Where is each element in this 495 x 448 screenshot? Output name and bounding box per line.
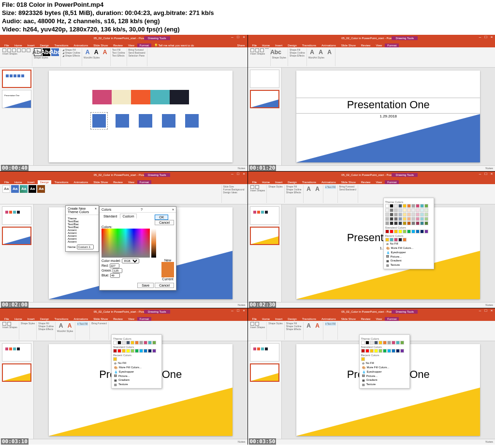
new-color-swatch [161,262,174,270]
slide-thumb-1[interactable]: 1 [2,70,31,88]
slide-canvas[interactable]: Presentation One 1.29.2018 [296,71,480,162]
color-gradient[interactable] [102,229,150,258]
close-icon[interactable]: × [95,207,97,214]
ok-button[interactable]: OK [155,215,168,220]
picture-item[interactable]: 🖼Picture... [385,255,432,259]
timestamp: 00:00:40 [1,165,29,171]
frame-3: 05_02_Color in PowerPoint_start - PowerP… [0,172,248,308]
no-fill-item[interactable]: ⊘No Fill [385,242,432,246]
notes-button[interactable]: Notes [238,167,246,170]
text-fill-popup: Theme Colors Standard Colors Recent Colo… [359,334,410,389]
theme-name-input[interactable] [77,245,94,249]
ribbon-tabs: File Home Insert Design Transitions Anim… [0,42,248,47]
frame-2: 05_02_Color in PowerPoint_start - PowerP… [248,35,495,171]
close-icon[interactable]: × [242,35,247,39]
text-fill-button[interactable]: ▾ Text Fill [325,322,335,325]
shape[interactable] [185,114,199,128]
frame-5: 05_02_Color in PowerPoint_start - PowerP… [0,308,248,445]
color-palette [92,90,199,104]
current-color-swatch [161,270,174,277]
media-info: File: 018 Color in PowerPoint.mp4 Size: … [0,0,495,35]
selected-shape[interactable] [92,114,106,128]
more-colors-item[interactable]: 🎨More Fill Colors... [385,246,432,250]
shape[interactable] [162,114,175,128]
text-fill-button[interactable]: ▾ Text Fill [77,322,87,325]
frame-4: 05_02_Color in PowerPoint_start - PowerP… [248,172,495,308]
slide-panel: 1 2 Presentation One [0,68,34,165]
frame-1: 05_02_Color in PowerPoint_start - PowerP… [0,35,248,171]
frame-6: 05_02_Color in PowerPoint_start - PowerP… [248,308,495,445]
eyedropper-item[interactable]: 💧Eyedropper [385,250,432,255]
thumbnail-grid: 05_02_Color in PowerPoint_start - PowerP… [0,35,495,445]
ribbon: Insert Shapes Abc Abc Abc Shape Styles ◢… [0,47,248,68]
luminance-slider[interactable] [151,229,156,258]
shape[interactable] [116,114,129,128]
slide-canvas[interactable] [49,71,233,162]
close-icon[interactable]: × [172,208,174,211]
save-button[interactable]: Save [137,283,154,288]
text-fill-popup: Theme Colors Standard Colors Recent Colo… [383,198,434,269]
dialog-help-icon[interactable]: ? [141,208,143,211]
gradient-item[interactable]: ▦Gradient [385,259,432,263]
minimize-icon[interactable]: – [230,35,235,39]
colors-dialog: Colors? × Standard Custom OKCancel Color… [99,206,176,290]
green-input[interactable] [113,268,122,273]
shape[interactable] [139,114,152,128]
cancel-button[interactable]: Cancel [155,220,174,225]
color-model-select[interactable]: RGB [122,259,139,263]
maximize-icon[interactable]: □ [236,35,241,39]
theme-colors-dialog: Create New Theme Colors× Theme Text/Bac … [65,205,99,252]
shape-icon[interactable] [2,48,6,52]
blue-input[interactable] [110,273,120,278]
text-fill-button[interactable]: ▾ Text Fill [325,186,335,188]
shape-effects-button[interactable]: ◢ Shape Effects [62,54,80,57]
slide-thumb-2[interactable]: 2 Presentation One [2,90,31,108]
drawing-tools-tab[interactable]: Drawing Tools [144,36,170,40]
titlebar: 05_02_Color in PowerPoint_start - PowerP… [0,35,248,42]
theme-color-grid[interactable] [385,204,432,225]
texture-item[interactable]: ▧Texture [385,263,432,267]
red-input[interactable] [110,263,119,268]
text-fill-popup: Theme Colors Standard Colors Recent Colo… [111,334,162,389]
